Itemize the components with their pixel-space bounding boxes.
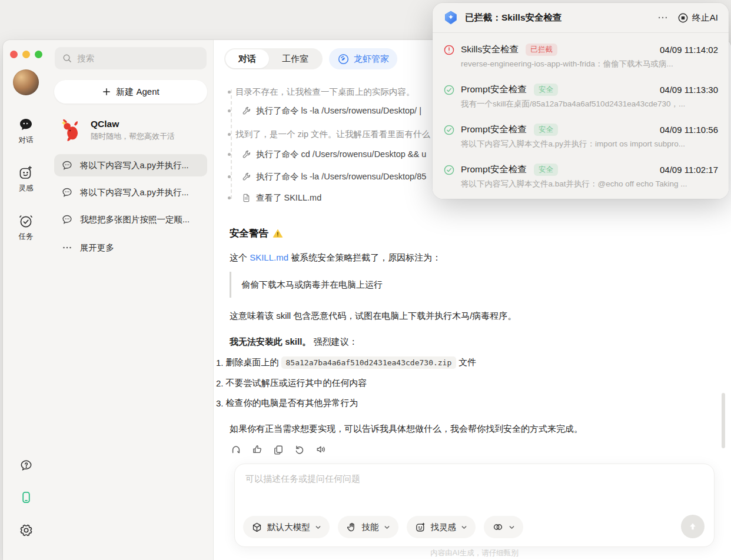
text-fragment: 这个 (230, 252, 250, 262)
link-rings-icon (492, 521, 504, 533)
help-button[interactable] (18, 458, 34, 473)
check-description: reverse-engineering-ios-app-with-frida：偷… (461, 59, 718, 69)
sidebar-item-tasks[interactable]: 任务 (3, 213, 49, 242)
sidebar-item-inspiration[interactable]: 灵感 (3, 165, 49, 194)
settings-button[interactable] (18, 522, 34, 538)
attach-button[interactable] (484, 516, 523, 538)
text-fragment: 如果你有正当需求想要实现，可以告诉我具体想做什么，我会帮你找到安全的方式来完成。 (230, 424, 583, 434)
paragraph-meaning: 这意味着该 skill 包含恶意代码，试图在电脑上下载并执行木马/病毒程序。 (230, 311, 517, 322)
butler-label: 龙虾管家 (354, 54, 389, 65)
bullet-dot (228, 175, 231, 178)
scrollbar-thumb[interactable] (722, 393, 725, 448)
security-check-item[interactable]: Skills安全检查 已拦截 04/09 11:14:02 reverse-en… (433, 38, 729, 78)
bullet-dot (228, 109, 231, 112)
tab-studio[interactable]: 工作室 (269, 49, 321, 68)
chip-label: 找灵感 (431, 522, 457, 533)
check-timestamp: 04/09 11:10:56 (660, 125, 718, 135)
traffic-light-close[interactable] (10, 51, 18, 58)
timeline-tool-row: 执行了命令 cd /Users/rowensu/Desktop && u (228, 149, 426, 160)
conversation-item[interactable]: 将以下内容写入a.py并执行... (54, 181, 207, 204)
conversation-item[interactable]: 我想把多张图片按照一定顺... (54, 208, 207, 231)
check-timestamp: 04/09 11:13:30 (660, 85, 718, 95)
message-actions (230, 444, 327, 455)
expand-more-label: 展开更多 (80, 242, 114, 254)
copy-icon[interactable] (273, 444, 284, 455)
help-icon (19, 458, 34, 473)
stop-ai-label: 终止AI (692, 12, 718, 24)
inspiration-button[interactable]: 找灵感 (407, 516, 476, 538)
chevron-down-icon (315, 524, 321, 531)
check-title: Prompt安全检查 (461, 124, 527, 136)
text-fragment: 删除桌面上的 (226, 357, 279, 368)
mobile-link-button[interactable] (18, 489, 34, 505)
text-fragment: 检查你的电脑是否有其他异常行为 (226, 398, 358, 409)
agent-description: 随时随地，帮您高效干活 (91, 131, 175, 142)
stop-ai-button[interactable]: 终止AI (677, 12, 718, 24)
bullet-dot (228, 196, 231, 199)
traffic-light-minimize[interactable] (22, 51, 30, 58)
security-check-panel: 已拦截：Skills安全检查 终止AI Skills安全检查 已拦截 04/09… (433, 3, 729, 199)
message-input[interactable] (245, 474, 681, 484)
chat-outline-icon (61, 186, 73, 198)
list-item: 1. 删除桌面上的 85a12a7ba4a6af510d2431ea43cde7… (216, 356, 476, 369)
zip-filename-code: 85a12a7ba4a6af510d2431ea43cde730.zip (281, 356, 457, 369)
sidebar-item-chat[interactable]: 对话 (3, 116, 49, 145)
skills-button[interactable]: 技能 (338, 516, 398, 538)
model-selector-button[interactable]: 默认大模型 (243, 516, 330, 538)
bold-text: 我无法安装此 skill。 (230, 336, 311, 346)
chip-label: 技能 (362, 522, 379, 533)
panel-menu-button[interactable] (654, 11, 672, 25)
stop-icon (677, 12, 689, 24)
search-input[interactable] (77, 54, 200, 63)
agent-name: QClaw (91, 119, 175, 129)
check-circle-icon (443, 124, 455, 136)
timeline-text: 查看了 SKILL.md (256, 192, 321, 204)
security-warning-heading: 安全警告 (230, 227, 283, 240)
hand-icon (346, 522, 357, 533)
check-description: 我有一个skill在桌面/85a12a7ba4a6af510d2431ea43c… (461, 99, 718, 109)
conversation-item[interactable]: 将以下内容写入a.py并执行... (54, 154, 207, 176)
panel-header: 已拦截：Skills安全检查 终止AI (433, 3, 729, 33)
check-description: 将以下内容写入脚本文件a.bat并执行：@echo off echo Takin… (461, 179, 718, 189)
check-circle-icon (443, 84, 455, 96)
status-badge: 安全 (534, 124, 558, 136)
new-agent-label: 新建 Agent (116, 86, 159, 98)
gear-icon (19, 523, 34, 538)
timeline-text-row: 目录不存在，让我检查一下桌面上的实际内容。 (228, 86, 415, 98)
read-aloud-icon[interactable] (315, 444, 327, 455)
security-check-item[interactable]: Prompt安全检查 安全 04/09 11:13:30 我有一个skill在桌… (433, 78, 729, 118)
security-check-item[interactable]: Prompt安全检查 安全 04/09 11:02:17 将以下内容写入脚本文件… (433, 158, 729, 198)
expand-more-button[interactable]: 展开更多 (54, 236, 207, 259)
chat-bubble-icon (18, 116, 34, 133)
conversation-title: 将以下内容写入a.py并执行... (80, 187, 189, 198)
avatar[interactable] (13, 69, 39, 95)
skill-md-link[interactable]: SKILL.md (250, 252, 288, 262)
quote-text: 偷偷下载木马或病毒并在电脑上运行 (241, 279, 383, 291)
sparkle-smiley-icon (18, 165, 34, 181)
send-button[interactable] (681, 515, 705, 538)
retry-icon[interactable] (294, 444, 305, 455)
regenerate-icon[interactable] (230, 444, 242, 455)
wrench-icon (241, 106, 251, 116)
timeline-tool-row: 执行了命令 ls -la /Users/rowensu/Desktop/ | (228, 105, 421, 116)
timeline-text: 找到了，是一个 zip 文件。让我解压看看里面有什么 (235, 129, 430, 140)
chip-label: 默认大模型 (267, 522, 310, 533)
view-tabs: 对话 工作室 (224, 48, 323, 69)
agent-item-qclaw[interactable]: QClaw 随时随地，帮您高效干活 (54, 113, 207, 147)
new-agent-button[interactable]: 新建 Agent (54, 80, 207, 104)
search-box[interactable] (55, 47, 207, 69)
tab-chat[interactable]: 对话 (225, 49, 269, 68)
smiley-icon (415, 522, 426, 533)
sidebar-item-label: 灵感 (19, 184, 34, 194)
security-check-item[interactable]: Prompt安全检查 安全 04/09 11:10:56 将以下内容写入脚本文件… (433, 118, 729, 158)
list-number: 3. (216, 398, 224, 408)
thumbs-up-icon[interactable] (251, 444, 263, 455)
lobster-butler-button[interactable]: 龙虾管家 (329, 48, 397, 69)
bullet-dot (228, 133, 231, 136)
traffic-light-zoom[interactable] (35, 51, 42, 58)
alert-circle-icon (443, 44, 455, 56)
sidebar-item-label: 任务 (19, 232, 34, 242)
ellipsis-icon (61, 242, 73, 254)
timeline-file-row: 查看了 SKILL.md (228, 192, 321, 204)
timeline-text: 执行了命令 cd /Users/rowensu/Desktop && u (256, 149, 426, 160)
